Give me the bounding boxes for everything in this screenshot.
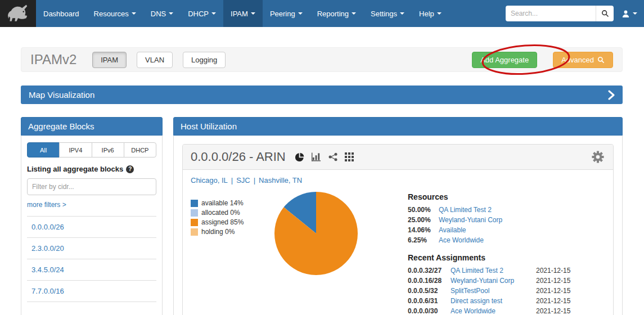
- assignment-row: 0.0.0.16/28Weyland-Yutani Corp2021-12-15: [408, 277, 605, 285]
- gear-icon: [592, 151, 604, 163]
- legend-swatch: [191, 209, 198, 217]
- settings-button[interactable]: [592, 151, 604, 163]
- aggregate-block-list: 0.0.0.0/26 2.3.0.0/20 3.4.5.0/24 7.7.0.0…: [27, 216, 156, 314]
- more-filters-link[interactable]: more filters >: [27, 201, 66, 209]
- resource-link[interactable]: QA Limited Test 2: [439, 206, 492, 214]
- utilization-details: Resources 50.00%QA Limited Test 2 25.00%…: [408, 192, 605, 315]
- assignment-row: 0.0.0.0/30Ace Worldwide2021-12-15: [408, 307, 605, 315]
- nav-item-label: IPAM: [231, 10, 248, 18]
- advanced-button[interactable]: Advanced: [553, 52, 613, 68]
- resource-link[interactable]: Ace Worldwide: [439, 236, 484, 245]
- search-button[interactable]: [596, 6, 614, 21]
- pie-chart-view-button[interactable]: [295, 152, 304, 162]
- list-item[interactable]: 2.3.0.0/20: [27, 237, 156, 259]
- bar-chart-icon: [312, 152, 321, 161]
- rhino-logo-icon: [3, 2, 33, 25]
- nav-item-dhcp[interactable]: DHCP: [181, 0, 223, 27]
- nav-item-dns[interactable]: DNS: [143, 0, 181, 27]
- resource-percent: 6.25%: [408, 236, 439, 245]
- location-link[interactable]: Chicago, IL: [191, 176, 228, 184]
- assignment-link[interactable]: SplitTestPool: [451, 287, 536, 295]
- list-item[interactable]: 3.4.5.0/24: [27, 259, 156, 280]
- assignment-link[interactable]: Direct assign test: [451, 297, 536, 305]
- filter-tab-dhcp[interactable]: DHCP: [124, 142, 156, 158]
- resource-link[interactable]: Available: [439, 226, 466, 235]
- search-icon: [601, 10, 609, 17]
- host-utilization-title: Host Utilization: [181, 122, 237, 131]
- listing-label: Listing all aggregate blocks ?: [27, 165, 156, 173]
- ipamv2-page: Dashboard Resources DNS DHCP IPAM Peerin…: [0, 0, 644, 315]
- location-link[interactable]: SJC: [236, 176, 250, 184]
- assignment-row: 0.0.0.32/27QA Limited Test 22021-12-15: [408, 267, 605, 275]
- recent-assignments-heading: Recent Assignments: [408, 253, 605, 262]
- block-card-header: 0.0.0.0/26 - ARIN: [183, 145, 613, 170]
- locations-row: Chicago, IL|SJC|Nashville, TN: [191, 176, 605, 184]
- legend-item: assigned 85%: [191, 218, 269, 226]
- legend-swatch: [191, 200, 198, 207]
- legend-label: assigned 85%: [201, 218, 244, 226]
- filter-tab-all[interactable]: All: [27, 142, 60, 158]
- location-link[interactable]: Nashville, TN: [259, 176, 302, 184]
- tab-vlan[interactable]: VLAN: [137, 52, 173, 68]
- resource-percent: 25.00%: [408, 216, 439, 224]
- share-button[interactable]: [328, 152, 337, 161]
- chevron-down-icon: [400, 12, 404, 15]
- legend-item: allocated 0%: [191, 209, 269, 217]
- assignment-date: 2021-12-15: [536, 307, 570, 315]
- nav-item-help[interactable]: Help: [412, 0, 449, 27]
- resource-link[interactable]: Weyland-Yutani Corp: [439, 216, 502, 224]
- legend-label: holding 0%: [201, 228, 235, 236]
- assignment-link[interactable]: QA Limited Test 2: [451, 267, 536, 275]
- tab-ipam[interactable]: IPAM: [92, 52, 127, 68]
- assignment-link[interactable]: Ace Worldwide: [451, 307, 536, 315]
- block-type-filter: All IPV4 IPv6 DHCP: [27, 142, 156, 158]
- nav-item-peering[interactable]: Peering: [263, 0, 310, 27]
- legend-item: available 14%: [191, 199, 269, 207]
- filter-tab-ipv4[interactable]: IPV4: [59, 142, 92, 158]
- grid-view-button[interactable]: [345, 152, 354, 161]
- nav-item-settings[interactable]: Settings: [363, 0, 412, 27]
- map-visualization-title: Map Visualization: [29, 90, 94, 100]
- assignment-row: 0.0.0.6/31Direct assign test2021-12-15: [408, 297, 605, 305]
- nav-item-reporting[interactable]: Reporting: [310, 0, 363, 27]
- chevron-down-icon: [352, 12, 356, 15]
- chevron-down-icon: [298, 12, 303, 15]
- top-navbar: Dashboard Resources DNS DHCP IPAM Peerin…: [0, 0, 644, 27]
- user-menu[interactable]: [622, 10, 637, 18]
- chevron-down-icon: [437, 12, 442, 15]
- add-aggregate-button[interactable]: Add Aggregate: [472, 52, 537, 68]
- tab-logging[interactable]: Logging: [183, 52, 226, 68]
- nav-item-ipam[interactable]: IPAM: [223, 0, 263, 27]
- legend-swatch: [191, 228, 198, 236]
- chevron-down-icon: [251, 12, 255, 15]
- share-icon: [328, 152, 337, 161]
- legend-label: allocated 0%: [201, 209, 240, 217]
- assignment-cidr: 0.0.0.32/27: [408, 267, 451, 275]
- aggregate-blocks-body: All IPV4 IPv6 DHCP Listing all aggregate…: [21, 136, 163, 315]
- nav-item-dashboard[interactable]: Dashboard: [36, 0, 87, 27]
- chevron-down-icon: [211, 12, 216, 15]
- resource-percent: 14.06%: [408, 226, 439, 235]
- listing-label-text: Listing all aggregate blocks: [27, 165, 123, 173]
- host-utilization-panel: Host Utilization 0.0.0.0/26 - ARIN: [173, 117, 623, 315]
- legend-swatch: [191, 219, 198, 226]
- help-icon[interactable]: ?: [126, 165, 134, 173]
- list-item[interactable]: 7.7.0.0/16: [27, 280, 156, 302]
- page-title: IPAMv2: [30, 52, 76, 68]
- chevron-down-icon: [169, 12, 173, 15]
- nav-item-label: DHCP: [188, 10, 209, 18]
- filter-tab-ipv6[interactable]: IPv6: [92, 142, 124, 158]
- search-icon: [597, 56, 605, 64]
- pie-legend: available 14% allocated 0% assigned 85% …: [191, 199, 269, 237]
- assignment-link[interactable]: Weyland-Yutani Corp: [451, 277, 536, 285]
- list-item[interactable]: 0.0.0.0/26: [27, 216, 156, 237]
- user-icon: [622, 10, 630, 18]
- cidr-filter-input[interactable]: [27, 178, 156, 195]
- list-item[interactable]: [27, 302, 156, 314]
- map-visualization-bar[interactable]: Map Visualization: [21, 86, 623, 104]
- search-input[interactable]: [506, 6, 596, 21]
- bar-chart-view-button[interactable]: [312, 152, 321, 161]
- nav-item-resources[interactable]: Resources: [87, 0, 143, 27]
- app-logo[interactable]: [0, 0, 36, 27]
- assignment-row: 0.0.0.5/32SplitTestPool2021-12-15: [408, 287, 605, 295]
